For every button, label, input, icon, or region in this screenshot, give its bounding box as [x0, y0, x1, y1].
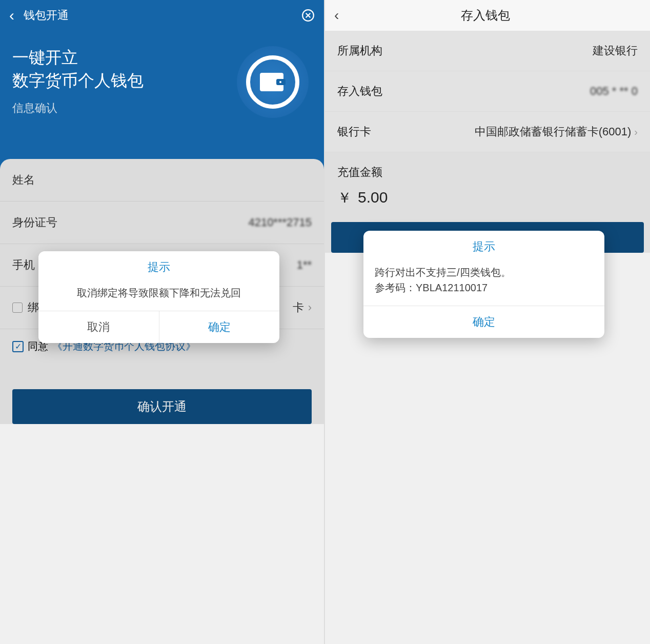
row-org: 所属机构 建设银行	[325, 31, 650, 71]
row-value: 005 * ** 0	[590, 85, 638, 98]
row-label: 姓名	[12, 172, 35, 188]
dialog-title: 提示	[363, 231, 604, 259]
screen-deposit-wallet: ‹ 存入钱包 所属机构 建设银行 存入钱包 005 * ** 0 银行卡 中国邮…	[325, 0, 650, 644]
row-value: 1**	[297, 258, 312, 272]
back-icon[interactable]: ‹	[334, 7, 339, 24]
row-value: 卡	[293, 300, 304, 315]
confirm-open-button[interactable]: 确认开通	[12, 389, 312, 424]
page-title: 钱包开通	[24, 8, 301, 23]
header: ‹ 存入钱包	[325, 0, 650, 31]
ok-button[interactable]: 确定	[363, 306, 604, 338]
amount-label: 充值金额	[325, 152, 650, 185]
row-id[interactable]: 身份证号 4210***2715	[0, 202, 324, 244]
close-icon[interactable]	[301, 9, 315, 22]
page-title: 存入钱包	[344, 7, 641, 24]
screen-wallet-open: ‹ 钱包开通 一键开立 数字货币个人钱包 信息确认 姓名 身份证号 4210**…	[0, 0, 325, 644]
chevron-right-icon: ›	[308, 301, 312, 314]
cancel-button[interactable]: 取消	[38, 311, 159, 343]
ok-button[interactable]: 确定	[159, 311, 280, 343]
dialog-title: 提示	[38, 251, 279, 280]
dialog-body: 取消绑定将导致限额下降和无法兑回	[38, 280, 279, 311]
row-label: 存入钱包	[337, 84, 382, 99]
dialog-error: 提示 跨行对出不支持三/四类钱包。 参考码：YBLA12110017 确定	[363, 231, 604, 338]
row-value: 建设银行	[593, 43, 638, 58]
svg-point-3	[279, 81, 281, 83]
row-label: 绑	[28, 300, 39, 315]
row-value: 4210***2715	[248, 216, 312, 229]
row-label: 银行卡	[337, 124, 371, 139]
wallet-icon	[260, 72, 286, 92]
row-bank-card[interactable]: 银行卡 中国邮政储蓄银行储蓄卡(6001) ›	[325, 112, 650, 152]
hero-banner: 一键开立 数字货币个人钱包 信息确认	[0, 31, 324, 174]
checkbox-checked-icon[interactable]: ✓	[12, 341, 24, 352]
row-label: 手机	[12, 257, 35, 273]
row-name[interactable]: 姓名	[0, 159, 324, 202]
amount-value[interactable]: ￥ 5.00	[325, 185, 650, 218]
chevron-right-icon: ›	[634, 126, 638, 138]
dialog-unbind-warning: 提示 取消绑定将导致限额下降和无法兑回 取消 确定	[38, 251, 279, 343]
row-wallet[interactable]: 存入钱包 005 * ** 0	[325, 71, 650, 112]
amount-number: 5.00	[358, 189, 388, 206]
back-icon[interactable]: ‹	[9, 7, 14, 24]
currency-symbol: ￥	[337, 188, 352, 208]
checkbox-icon[interactable]	[12, 303, 23, 313]
header: ‹ 钱包开通	[0, 0, 324, 31]
row-label: 身份证号	[12, 215, 57, 230]
row-label: 所属机构	[337, 43, 382, 58]
row-value: 中国邮政储蓄银行储蓄卡(6001)	[475, 124, 632, 139]
dialog-body: 跨行对出不支持三/四类钱包。 参考码：YBLA12110017	[363, 259, 604, 306]
wallet-badge	[237, 46, 309, 118]
